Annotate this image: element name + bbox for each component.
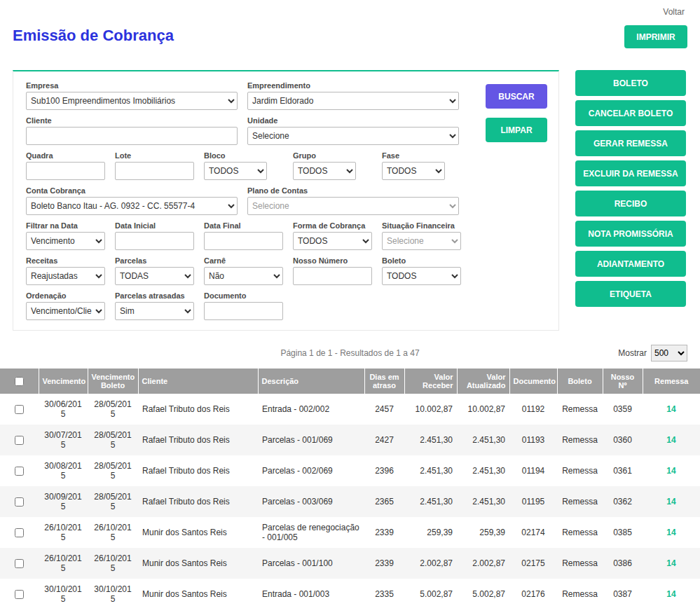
page-title: Emissão de Cobrança [13,27,687,45]
cell-checkbox [0,394,39,425]
grupo-select[interactable]: TODOS [293,162,356,180]
lote-input[interactable] [115,162,194,180]
column-header-documento: Documento [509,369,557,394]
row-checkbox[interactable] [15,559,24,568]
parcelas-label: Parcelas [115,256,194,265]
lote-label: Lote [115,151,194,160]
boleto-button[interactable]: BOLETO [575,70,686,96]
cell-valor_receber: 259,39 [404,517,457,548]
parcelas-atrasadas-select[interactable]: Sim [115,302,194,320]
column-header-vencimento_boleto: Vencimento Boleto [88,369,138,394]
row-checkbox[interactable] [15,436,24,445]
print-button[interactable]: IMPRIMIR [624,25,687,48]
row-checkbox[interactable] [15,590,24,599]
parcelas-select[interactable]: TODAS [115,267,194,285]
table-row: 30/07/201528/05/2015Rafael Tributo dos R… [0,425,700,455]
data-final-input[interactable] [204,232,283,250]
cell-valor_atualizado: 2.002,87 [457,548,509,579]
cell-valor_receber: 2.451,30 [404,425,457,455]
plano-de-contas-label: Plano de Contas [247,186,459,195]
cell-documento: 02176 [509,579,557,606]
back-link[interactable]: Voltar [663,7,685,17]
cell-boleto: Remessa [557,548,603,579]
row-checkbox[interactable] [15,497,24,507]
fase-label: Fase [382,151,461,160]
filtrar-na-data-select[interactable]: Vencimento [26,232,105,250]
cell-boleto: Remessa [557,425,603,455]
ordenacao-label: Ordenação [26,291,105,300]
table-row: 26/10/201526/10/2015Munir dos Santos Rei… [0,517,700,548]
data-inicial-input[interactable] [115,232,194,250]
cell-valor_atualizado: 2.451,30 [457,486,509,517]
cell-cliente: Rafael Tributo dos Reis [138,425,258,455]
data-final-field: Data Final [204,221,283,250]
column-header-cliente: Cliente [138,369,258,394]
fase-select[interactable]: TODOS [382,162,445,180]
cell-vencimento: 30/06/2015 [39,394,88,425]
cell-boleto: Remessa [557,579,603,606]
pagination-bar: Página 1 de 1 - Resultados de 1 a 47 Mos… [13,345,687,363]
cell-dias_em_atraso: 2339 [364,517,404,548]
cell-valor_atualizado: 10.002,87 [457,394,509,425]
nosso-numero-input[interactable] [293,267,372,285]
receitas-label: Receitas [26,256,105,265]
excluir-da-remessa-button[interactable]: EXCLUIR DA REMESSA [575,160,686,186]
etiqueta-button[interactable]: ETIQUETA [575,281,686,307]
carne-select[interactable]: Não [204,267,283,285]
forma-de-cobranca-select[interactable]: TODOS [293,232,372,250]
select-all-checkbox[interactable] [15,377,24,386]
documento-input[interactable] [204,302,283,320]
action-buttons-column: BOLETO CANCELAR BOLETO GERAR REMESSA EXC… [575,70,686,307]
mostrar-label: Mostrar [618,348,647,358]
buscar-button[interactable]: BUSCAR [486,84,547,109]
filtrar-na-data-field: Filtrar na Data Vencimento [26,221,105,250]
row-checkbox[interactable] [15,467,24,476]
cell-descricao: Parcelas - 002/069 [258,455,364,486]
receitas-select[interactable]: Reajustadas [26,267,105,285]
cell-vencimento: 26/10/2015 [39,517,88,548]
data-final-label: Data Final [204,221,283,230]
cell-descricao: Entrada - 001/003 [258,579,364,606]
mostrar-control: Mostrar 500 [618,345,687,361]
main-content: Empresa Sub100 Empreendimentos Imobiliár… [13,70,687,331]
adiantamento-button[interactable]: ADIANTAMENTO [575,251,686,277]
cell-remessa: 14 [643,548,700,579]
cell-valor_atualizado: 259,39 [457,517,509,548]
cliente-input[interactable] [26,127,238,145]
cell-checkbox [0,548,39,579]
mostrar-select[interactable]: 500 [651,345,687,361]
boleto-filter-select[interactable]: TODOS [382,267,461,285]
carne-field: Carnê Não [204,256,283,285]
plano-de-contas-select[interactable]: Selecione [247,197,459,215]
search-buttons: BUSCAR LIMPAR [486,84,547,142]
cell-vencimento_boleto: 28/05/2015 [88,394,138,425]
limpar-button[interactable]: LIMPAR [486,118,547,142]
cell-valor_atualizado: 5.002,87 [457,579,509,606]
cancelar-boleto-button[interactable]: CANCELAR BOLETO [575,100,686,126]
recibo-button[interactable]: RECIBO [575,191,686,216]
cell-remessa: 14 [643,517,700,548]
empreendimento-select[interactable]: Jardim Eldorado [247,92,459,110]
boleto-filter-label: Boleto [382,256,461,265]
receitas-field: Receitas Reajustadas [26,256,105,285]
cell-descricao: Entrada - 002/002 [258,394,364,425]
cell-vencimento: 30/09/2015 [39,486,88,517]
row-checkbox[interactable] [15,405,24,414]
cell-vencimento_boleto: 28/05/2015 [88,455,138,486]
quadra-input[interactable] [26,162,105,180]
empresa-select[interactable]: Sub100 Empreendimentos Imobiliários [26,92,238,110]
situacao-financeira-select[interactable]: Selecione [382,232,461,250]
cell-boleto: Remessa [557,394,603,425]
ordenacao-select[interactable]: Vencimento/Cliente [26,302,105,320]
nota-promissoria-button[interactable]: NOTA PROMISSÓRIA [575,221,686,247]
cell-descricao: Parcelas de renegociação - 001/005 [258,517,364,548]
unidade-select[interactable]: Selecione [247,127,459,145]
cell-vencimento_boleto: 26/10/2015 [88,517,138,548]
gerar-remessa-button[interactable]: GERAR REMESSA [575,130,686,156]
table-row: 26/10/201526/10/2015Munir dos Santos Rei… [0,548,700,579]
conta-cobranca-select[interactable]: Boleto Banco Itau - AG. 0932 - CC. 55577… [26,197,238,215]
situacao-financeira-label: Situação Financeira [382,221,461,230]
bloco-select[interactable]: TODOS [204,162,267,180]
row-checkbox[interactable] [15,528,24,537]
data-inicial-label: Data Inicial [115,221,194,230]
